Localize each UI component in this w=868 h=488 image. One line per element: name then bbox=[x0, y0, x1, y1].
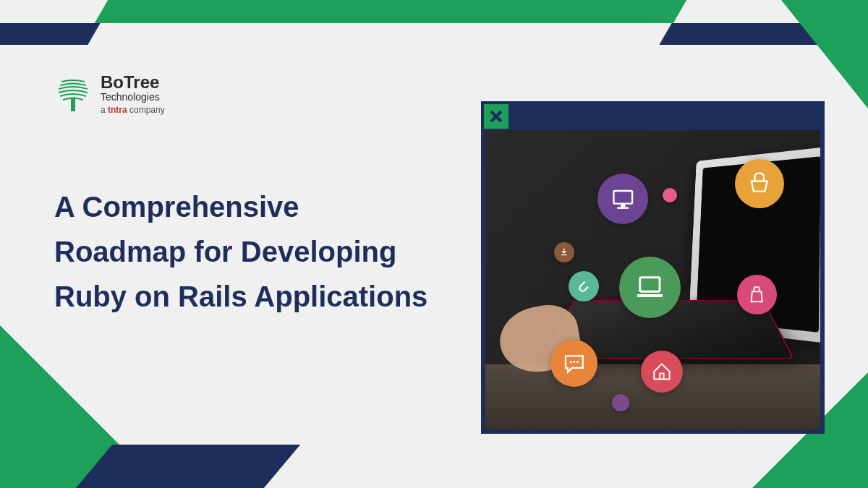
bag-icon bbox=[737, 275, 777, 314]
monitor-icon bbox=[597, 174, 648, 224]
close-icon bbox=[484, 104, 509, 129]
tagline-red: tntra bbox=[108, 105, 127, 115]
home-icon bbox=[641, 351, 683, 393]
tree-icon bbox=[54, 75, 92, 113]
bottom-left-navy-bar bbox=[76, 445, 300, 488]
main-title: A Comprehensive Roadmap for Developing R… bbox=[54, 184, 430, 319]
logo: BoTree Technologies a tntra company bbox=[54, 72, 165, 115]
download-icon bbox=[554, 242, 574, 262]
svg-rect-3 bbox=[617, 207, 629, 208]
tagline-suffix: company bbox=[127, 105, 165, 115]
logo-text: BoTree Technologies a tntra company bbox=[101, 72, 165, 115]
top-green-bar bbox=[95, 0, 686, 23]
top-navy-left-bar bbox=[0, 23, 101, 45]
laptop-icon bbox=[619, 257, 681, 318]
image-panel-header bbox=[485, 106, 820, 130]
top-right-triangle bbox=[781, 0, 868, 108]
clip-icon bbox=[569, 271, 599, 301]
dot-icon bbox=[663, 188, 677, 202]
svg-rect-2 bbox=[621, 203, 625, 207]
svg-point-7 bbox=[576, 361, 578, 363]
logo-tagline: a tntra company bbox=[101, 106, 165, 116]
chat-icon bbox=[550, 340, 597, 387]
dot2-icon bbox=[612, 394, 629, 411]
svg-rect-4 bbox=[640, 278, 660, 291]
basket-icon bbox=[735, 159, 784, 208]
hero-illustration bbox=[485, 130, 820, 429]
logo-brand: BoTree bbox=[101, 72, 165, 93]
svg-point-5 bbox=[570, 361, 572, 363]
image-panel bbox=[481, 101, 825, 434]
logo-subtext: Technologies bbox=[101, 91, 165, 103]
tagline-prefix: a bbox=[101, 105, 108, 115]
svg-rect-1 bbox=[613, 191, 632, 204]
svg-rect-0 bbox=[71, 98, 75, 111]
svg-point-6 bbox=[573, 361, 575, 363]
